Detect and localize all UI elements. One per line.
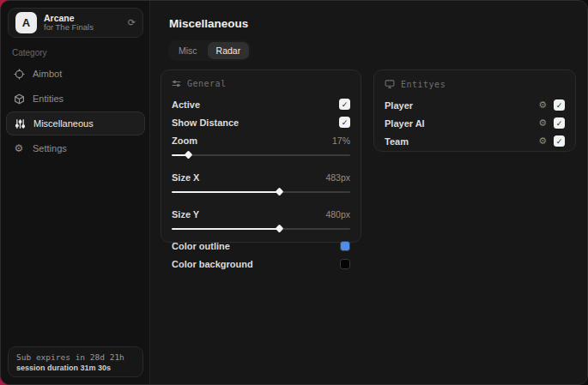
- setting-row-size-x: Size X 483px: [172, 168, 350, 186]
- slider-thumb[interactable]: [275, 188, 283, 196]
- category-label: Category: [12, 48, 47, 57]
- sidebar-item-label: Settings: [33, 143, 67, 153]
- crosshair-icon: [13, 69, 25, 80]
- app-subtitle: for The Finals: [44, 23, 121, 33]
- sidebar-item-label: Aimbot: [33, 69, 62, 79]
- tab-radar[interactable]: Radar: [208, 42, 250, 59]
- setting-label: Zoom: [172, 135, 197, 146]
- zoom-value: 17%: [332, 135, 350, 146]
- entity-row-team: Team ⚙ ✓: [385, 132, 565, 150]
- page-title: Miscellaneous: [169, 17, 248, 30]
- setting-row-zoom: Zoom 17%: [172, 131, 350, 149]
- setting-label: Size X: [172, 172, 199, 183]
- subscription-card: Sub expires in 28d 21h session duration …: [8, 346, 143, 377]
- color-outline-swatch[interactable]: [340, 241, 350, 251]
- player-ai-checkbox[interactable]: ✓: [554, 117, 565, 129]
- show-distance-checkbox[interactable]: ✓: [339, 117, 350, 128]
- entities-panel: Entityes Player ⚙ ✓ Player AI ⚙ ✓: [373, 69, 576, 152]
- tab-misc[interactable]: Misc: [170, 42, 206, 59]
- check-icon: ✓: [556, 101, 563, 110]
- box-icon: [13, 93, 25, 105]
- sidebar-item-miscellaneous[interactable]: Miscellaneous: [6, 111, 145, 135]
- entities-panel-header: Entityes: [385, 79, 565, 89]
- main-content: Miscellaneous Misc Radar General Active …: [151, 1, 587, 384]
- check-icon: ✓: [556, 119, 563, 128]
- gear-icon: ⚙: [13, 142, 25, 154]
- general-panel-title: General: [187, 79, 227, 88]
- sidebar: A Arcane for The Finals ⟳ Category Aimbo…: [1, 1, 150, 384]
- slider-track: [172, 154, 350, 156]
- entity-label: Player AI: [385, 118, 425, 129]
- active-checkbox[interactable]: ✓: [339, 99, 350, 110]
- setting-label: Size Y: [172, 209, 199, 220]
- check-icon: ✓: [342, 118, 349, 127]
- sidebar-item-settings[interactable]: ⚙ Settings: [6, 136, 145, 160]
- session-duration-text: session duration 31m 30s: [16, 364, 135, 372]
- entity-label: Team: [385, 136, 409, 147]
- sidebar-item-aimbot[interactable]: Aimbot: [6, 62, 145, 86]
- slider-thumb[interactable]: [275, 225, 283, 233]
- entity-label: Player: [385, 100, 413, 111]
- sidebar-nav: Aimbot Entities Miscellaneous: [6, 62, 145, 160]
- brand-card: A Arcane for The Finals ⟳: [8, 8, 143, 38]
- setting-label: Active: [172, 99, 200, 110]
- general-panel-header: General: [172, 79, 350, 88]
- brand-text: Arcane for The Finals: [44, 13, 121, 33]
- setting-label: Show Distance: [172, 117, 239, 128]
- entity-row-player-ai: Player AI ⚙ ✓: [385, 114, 565, 132]
- color-background-swatch[interactable]: [340, 259, 350, 269]
- slider-fill: [172, 191, 279, 193]
- monitor-icon: [385, 79, 395, 89]
- size-x-value: 483px: [325, 172, 350, 183]
- app-window: A Arcane for The Finals ⟳ Category Aimbo…: [0, 0, 588, 385]
- player-checkbox[interactable]: ✓: [554, 99, 565, 111]
- tab-bar: Misc Radar: [168, 40, 251, 61]
- size-y-value: 480px: [325, 209, 350, 220]
- general-panel: General Active ✓ Show Distance ✓ Zoom 17…: [161, 69, 361, 243]
- size-x-slider[interactable]: [172, 188, 350, 196]
- setting-row-show-distance: Show Distance ✓: [172, 113, 350, 131]
- sub-expires-text: Sub expires in 28d 21h: [16, 352, 135, 362]
- sidebar-item-entities[interactable]: Entities: [6, 87, 145, 111]
- sidebar-item-label: Entities: [33, 93, 64, 104]
- sidebar-item-label: Miscellaneous: [33, 118, 94, 129]
- slider-thumb[interactable]: [184, 151, 192, 159]
- setting-row-active: Active ✓: [172, 95, 350, 113]
- app-logo: A: [15, 12, 37, 33]
- setting-row-size-y: Size Y 480px: [172, 205, 350, 223]
- sliders-small-icon: [172, 79, 181, 88]
- entity-row-player: Player ⚙ ✓: [385, 96, 565, 114]
- slider-fill: [172, 228, 279, 230]
- setting-label: Color background: [172, 259, 253, 269]
- setting-row-color-outline: Color outline: [172, 237, 350, 255]
- entities-panel-title: Entityes: [401, 80, 446, 89]
- refresh-icon[interactable]: ⟳: [128, 17, 136, 28]
- check-icon: ✓: [556, 137, 563, 146]
- zoom-slider[interactable]: [172, 151, 350, 159]
- sliders-icon: [14, 118, 26, 129]
- team-checkbox[interactable]: ✓: [554, 135, 565, 147]
- setting-row-color-background: Color background: [172, 255, 350, 273]
- check-icon: ✓: [342, 100, 349, 109]
- gear-icon[interactable]: ⚙: [538, 136, 547, 146]
- gear-icon[interactable]: ⚙: [538, 100, 547, 110]
- gear-icon[interactable]: ⚙: [538, 118, 547, 128]
- setting-label: Color outline: [172, 241, 230, 251]
- size-y-slider[interactable]: [172, 225, 350, 232]
